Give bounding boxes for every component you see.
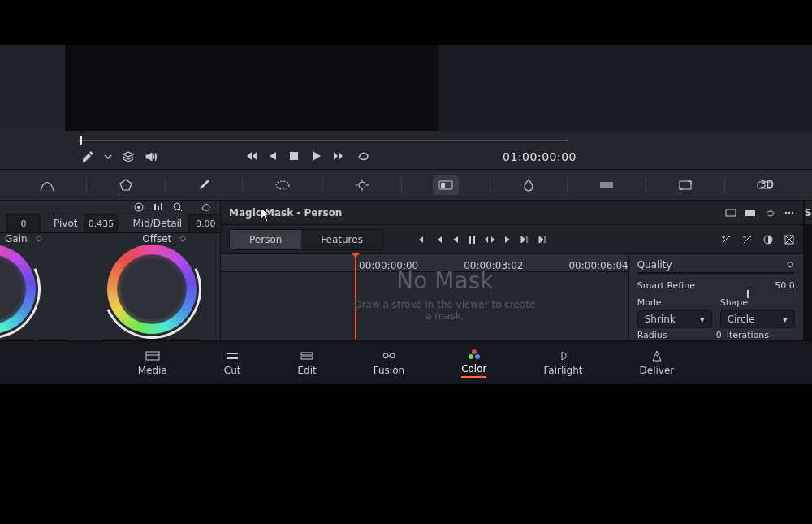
gain-wheel[interactable] [0, 245, 36, 334]
sizing-icon[interactable] [677, 179, 693, 192]
eyedropper-icon[interactable] [81, 150, 94, 163]
svg-point-25 [390, 353, 395, 358]
smartrefine-label: Smart Refine [637, 280, 764, 291]
svg-rect-5 [600, 182, 613, 188]
svg-rect-12 [726, 210, 736, 216]
scopes-title: Scopes [805, 201, 812, 225]
svg-rect-21 [146, 352, 159, 360]
middetail-field[interactable]: 0.00 [188, 214, 222, 232]
speaker-icon[interactable] [145, 150, 158, 163]
reset-icon[interactable] [201, 201, 212, 213]
offset-wheel[interactable] [107, 245, 197, 334]
svg-point-11 [174, 203, 180, 210]
smartrefine-value[interactable]: 50.0 [764, 280, 795, 291]
viewer-panel [0, 45, 812, 131]
nomask-title: No Mask [353, 266, 537, 293]
viewer-scrubber[interactable] [78, 136, 568, 145]
overlay-icon[interactable] [745, 208, 756, 218]
reset-quality-icon[interactable] [785, 260, 795, 270]
track-first-icon[interactable] [416, 235, 425, 245]
qualifier-icon[interactable] [197, 178, 211, 193]
svg-point-24 [383, 353, 388, 358]
svg-rect-17 [469, 236, 471, 244]
first-frame-icon[interactable] [244, 150, 257, 162]
page-fairlight[interactable]: Fairlight [543, 349, 582, 376]
overlay2-icon[interactable] [784, 234, 795, 245]
page-deliver[interactable]: Deliver [640, 349, 675, 376]
page-color[interactable]: Color [461, 348, 486, 378]
invert-icon[interactable] [762, 234, 774, 245]
layers-icon[interactable] [122, 150, 135, 163]
last-frame-icon[interactable] [333, 150, 346, 162]
wand-minus-icon[interactable] [741, 234, 753, 245]
page-fusion[interactable]: Fusion [374, 349, 404, 376]
magic-mask-panel: Magic Mask - Person Person Features [221, 201, 804, 340]
blur-icon[interactable] [521, 178, 536, 193]
curves-icon[interactable] [39, 178, 55, 193]
nomask-subtitle: Draw a stroke in the viewer to create a … [353, 298, 537, 321]
chevron-down-icon[interactable] [104, 153, 112, 161]
window-icon[interactable] [274, 179, 292, 192]
quality-segmented[interactable]: Faster Better [637, 272, 795, 274]
reset-offset-icon[interactable] [178, 234, 188, 244]
middetail-label: Mid/Detail [132, 218, 182, 229]
tracker-icon[interactable] [354, 178, 370, 193]
bars-icon[interactable] [153, 201, 164, 213]
track-last-icon[interactable] [538, 235, 547, 245]
shape-dropdown[interactable]: Circle▾ [720, 310, 795, 328]
svg-point-1 [276, 181, 289, 189]
chevron-down-icon: ▾ [700, 314, 705, 325]
track-stepfwd-icon[interactable] [503, 235, 512, 245]
viewer-timecode: 01:00:00:00 [503, 150, 577, 163]
more-icon[interactable] [784, 208, 795, 218]
wand-plus-icon[interactable] [720, 234, 732, 245]
svg-point-27 [469, 354, 473, 359]
warper-icon[interactable] [118, 178, 134, 193]
svg-text:3D: 3D [760, 180, 774, 190]
tab-person[interactable]: Person [230, 230, 301, 249]
quality-faster[interactable]: Faster [638, 273, 716, 274]
svg-point-15 [788, 211, 789, 213]
page-cut[interactable]: Cut [224, 349, 241, 376]
page-edit[interactable]: Edit [298, 349, 317, 376]
tab-features[interactable]: Features [301, 230, 382, 249]
viewer-frame[interactable] [65, 45, 438, 131]
prev-frame-icon[interactable] [268, 150, 278, 162]
svg-rect-13 [745, 210, 755, 216]
track-prev-icon[interactable] [434, 235, 443, 245]
undo-icon[interactable] [764, 208, 775, 218]
reset-gain-icon[interactable] [34, 234, 44, 244]
svg-point-2 [359, 182, 365, 188]
target-icon[interactable] [133, 201, 145, 213]
onion-icon[interactable] [725, 208, 736, 218]
left-number-field[interactable]: 0 [6, 214, 41, 232]
search-icon[interactable] [172, 201, 184, 213]
track-next-icon[interactable] [520, 235, 529, 245]
track-stepback-icon[interactable] [451, 235, 460, 245]
track-both-icon[interactable] [484, 235, 495, 245]
mask-timeline[interactable]: 00:00:00:00 00:00:03:02 00:00:06:04 No M… [221, 254, 629, 340]
magic-mask-icon[interactable] [433, 175, 459, 195]
mask-properties: Quality Faster Better Smart Refine50.0 M… [629, 254, 803, 340]
color-wheels-panel: 0 Pivot 0.435 Mid/Detail 0.00 Gain Offse… [0, 201, 221, 340]
chevron-down-icon: ▾ [783, 314, 788, 325]
play-icon[interactable] [310, 150, 322, 162]
loop-icon[interactable] [357, 150, 370, 162]
shape-label: Shape [720, 297, 795, 308]
stereo3d-icon[interactable]: 3D [756, 180, 774, 191]
radius-value[interactable]: 0 [698, 330, 722, 340]
iter-label: Iterations [727, 330, 782, 340]
scopes-panel: Scopes 100 90 80 70 60 50 40 30 20 [804, 201, 812, 340]
pivot-label: Pivot [54, 218, 77, 229]
svg-point-26 [472, 349, 477, 354]
mask-mode-segmented[interactable]: Person Features [229, 229, 383, 250]
mode-dropdown[interactable]: Shrink▾ [637, 310, 712, 328]
quality-better[interactable]: Better [716, 273, 794, 274]
stop-icon[interactable] [289, 151, 299, 161]
svg-point-14 [784, 211, 786, 213]
track-pause-icon[interactable] [468, 235, 476, 245]
page-media[interactable]: Media [138, 349, 167, 376]
page-nav: Media Cut Edit Fusion Color Fairlight De… [0, 340, 812, 384]
key-icon[interactable] [598, 180, 615, 191]
pivot-field[interactable]: 0.435 [84, 214, 118, 232]
